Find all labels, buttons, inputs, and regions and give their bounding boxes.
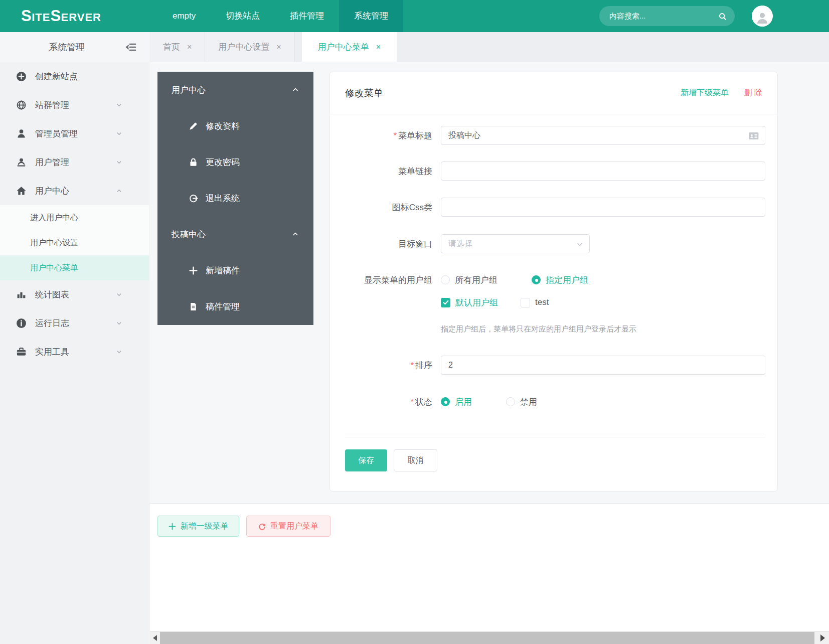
menu-link-input[interactable] (441, 162, 765, 181)
close-icon[interactable]: × (187, 43, 192, 52)
sidebar-item-user-center[interactable]: 用户中心 (0, 177, 149, 205)
checkbox-test[interactable] (521, 298, 530, 307)
menu-title-input[interactable]: 投稿中心 (441, 126, 765, 145)
sidebar-item-run-logs[interactable]: 运行日志 (0, 309, 149, 338)
sidebar-title: 系统管理 (49, 41, 85, 53)
content-area: 用户中心 修改资料 更改密码 退出系统 投稿中心 新增稿件 (150, 62, 829, 644)
checkbox-test-label[interactable]: test (535, 297, 549, 307)
menu-item-new-article[interactable]: 新增稿件 (157, 252, 313, 288)
sidebar-item-create-site[interactable]: 创建新站点 (0, 62, 149, 91)
menu-item-logout[interactable]: 退出系统 (157, 180, 313, 216)
info-circle-icon (16, 318, 27, 329)
triangle-right-icon (820, 634, 825, 641)
sidebar-item-site-group[interactable]: 站群管理 (0, 91, 149, 119)
id-card-icon[interactable] (748, 130, 759, 141)
home-icon (16, 186, 27, 196)
avatar[interactable] (752, 6, 773, 27)
nav-item-switch-site[interactable]: 切换站点 (211, 0, 275, 32)
menu-item-edit-profile[interactable]: 修改资料 (157, 108, 313, 144)
menu-title-value: 投稿中心 (448, 130, 480, 141)
sidebar-header: 系统管理 (0, 32, 149, 62)
sidebar-item-admin-management[interactable]: 管理员管理 (0, 119, 149, 148)
card-actions: 新增下级菜单 删 除 (681, 88, 762, 98)
delete-menu-link[interactable]: 删 除 (744, 88, 762, 97)
sidebar-subitem-user-center-settings[interactable]: 用户中心设置 (0, 230, 149, 255)
form-row-status: *状态 启用 禁用 (345, 392, 765, 411)
chevron-down-icon (115, 291, 123, 298)
form-row-menu-title: *菜单标题 投稿中心 (345, 126, 765, 145)
icon-css-input[interactable] (441, 198, 765, 217)
radio-specified-user-groups[interactable] (532, 275, 541, 284)
tab-home[interactable]: 首页 × (150, 32, 205, 62)
sidebar-subitem-user-center-menu[interactable]: 用户中心菜单 (0, 255, 149, 280)
sidebar-item-label: 创建新站点 (35, 71, 78, 82)
toolbox-icon (16, 347, 27, 357)
radio-all-user-groups-label[interactable]: 所有用户组 (455, 274, 498, 286)
sort-input[interactable]: 2 (441, 356, 765, 375)
form-row-target-window: 目标窗口 请选择 (345, 234, 765, 253)
sidebar-item-label: 管理员管理 (35, 128, 78, 139)
menu-item-change-password[interactable]: 更改密码 (157, 144, 313, 180)
content-search-input[interactable]: 内容搜索... (599, 6, 735, 26)
required-mark: * (393, 131, 397, 140)
scroll-left-arrow[interactable] (150, 631, 160, 644)
menu-item-article-management[interactable]: 稿件管理 (157, 288, 313, 325)
menu-group-title: 投稿中心 (172, 229, 206, 240)
sidebar-item-user-management[interactable]: 用户管理 (0, 148, 149, 177)
admin-user-icon (16, 128, 27, 139)
reset-user-menu-button[interactable]: 重置用户菜单 (246, 516, 330, 537)
cancel-button[interactable]: 取消 (394, 449, 437, 471)
checkbox-default-user-group-label[interactable]: 默认用户组 (455, 297, 498, 308)
sidebar: 系统管理 创建新站点 站群管理 管理员管理 用户管理 用户中心 (0, 32, 149, 644)
siteserver-logo[interactable]: SITESERVER (21, 7, 127, 25)
radio-status-enabled-label[interactable]: 启用 (455, 396, 472, 408)
plus-icon (169, 523, 176, 530)
add-child-menu-link[interactable]: 新增下级菜单 (681, 88, 729, 97)
tab-label: 用户中心设置 (218, 41, 269, 53)
radio-status-disabled-label[interactable]: 禁用 (520, 396, 537, 408)
required-mark: * (410, 361, 414, 370)
sidebar-item-label: 用户管理 (35, 156, 69, 168)
add-top-menu-button[interactable]: 新增一级菜单 (157, 516, 239, 537)
menu-group-user-center[interactable]: 用户中心 (157, 72, 313, 108)
radio-all-user-groups[interactable] (441, 275, 450, 284)
checkbox-default-user-group[interactable] (441, 298, 450, 307)
sidebar-item-label: 实用工具 (35, 346, 69, 358)
menu-fold-icon[interactable] (125, 41, 137, 53)
scroll-right-arrow[interactable] (816, 631, 829, 644)
close-icon[interactable]: × (376, 43, 381, 52)
required-mark: * (410, 397, 414, 407)
radio-status-enabled[interactable] (441, 397, 450, 406)
target-window-select[interactable]: 请选择 (441, 234, 590, 253)
tab-label: 用户中心菜单 (318, 41, 369, 53)
radio-specified-user-groups-label[interactable]: 指定用户组 (546, 274, 588, 286)
tab-bar: 首页 × 用户中心设置 × 用户中心菜单 × (150, 32, 829, 62)
sidebar-item-label: 统计图表 (35, 289, 69, 300)
tab-label: 首页 (163, 41, 180, 53)
menu-item-label: 新增稿件 (206, 265, 240, 276)
sidebar-item-utilities[interactable]: 实用工具 (0, 338, 149, 366)
document-icon (189, 302, 198, 311)
tab-user-center-menu[interactable]: 用户中心菜单 × (302, 32, 397, 62)
radio-status-disabled[interactable] (506, 397, 515, 406)
form-footer-divider (345, 437, 765, 437)
top-header: SITESERVER empty 切换站点 插件管理 系统管理 内容搜索... (0, 0, 829, 32)
search-icon[interactable] (718, 12, 727, 21)
user-groups-help-text: 指定用户组后，菜单将只在对应的用户组用户登录后才显示 (441, 325, 636, 334)
save-button[interactable]: 保存 (345, 449, 387, 471)
search-placeholder: 内容搜索... (609, 12, 718, 21)
user-groups-label: 显示菜单的用户组 (345, 274, 432, 286)
close-icon[interactable]: × (276, 43, 281, 52)
tab-user-center-settings[interactable]: 用户中心设置 × (205, 32, 294, 62)
nav-item-empty[interactable]: empty (157, 0, 211, 32)
nav-item-system[interactable]: 系统管理 (339, 0, 403, 32)
sidebar-subitem-enter-user-center[interactable]: 进入用户中心 (0, 205, 149, 230)
card-title: 修改菜单 (345, 87, 383, 100)
scrollbar-thumb[interactable] (160, 632, 814, 644)
sidebar-item-statistics[interactable]: 统计图表 (0, 280, 149, 309)
chevron-up-icon (291, 86, 299, 94)
nav-item-plugins[interactable]: 插件管理 (275, 0, 339, 32)
menu-group-contribute-center[interactable]: 投稿中心 (157, 216, 313, 252)
chevron-down-icon (115, 319, 123, 327)
logout-icon (189, 194, 198, 203)
